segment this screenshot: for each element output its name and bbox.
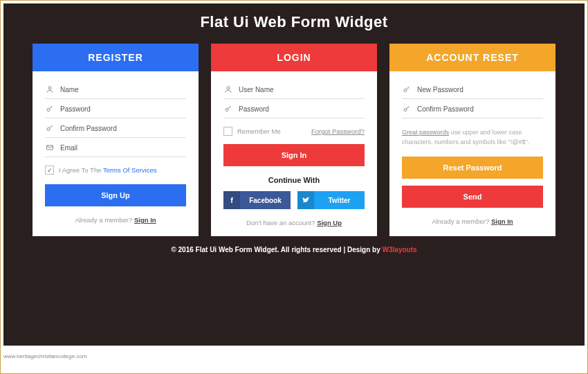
signin-link[interactable]: Sign In [134,216,156,224]
twitter-label: Twitter [314,197,365,204]
agree-label: I Agree To The Terms Of Services [59,166,157,174]
reset-password-button[interactable]: Reset Password [402,157,543,179]
name-input[interactable] [60,86,186,93]
username-input[interactable] [239,86,365,93]
page-footer: © 2016 Flat Ui Web Form Widget. All righ… [30,246,558,253]
reset-header: ACCOUNT RESET [389,44,555,71]
login-footer: Don't have an account? Sign Up [223,219,365,226]
continue-label: Continue With [223,176,365,184]
key-icon [45,104,55,114]
svg-point-0 [48,87,51,89]
key-icon [402,104,412,114]
register-header: REGISTER [33,44,199,71]
social-buttons: f Facebook Twitter [223,191,365,209]
svg-point-7 [404,109,407,112]
key-icon [402,84,412,94]
send-button[interactable]: Send [402,186,543,208]
reset-confirm-field [402,99,543,118]
facebook-icon: f [223,191,240,209]
login-header: LOGIN [211,44,377,71]
remember-row: Remember Me Forgot Password? [223,127,365,136]
remember-checkbox[interactable] [223,127,232,136]
login-card: LOGIN Remember Me Forgot Password? [211,44,377,236]
brand-link[interactable]: W3layouts [383,246,417,253]
facebook-label: Facebook [240,197,291,204]
terms-link[interactable]: Terms Of Services [103,166,157,174]
signin-button[interactable]: Sign In [223,144,365,166]
remember-label: Remember Me [237,127,281,135]
signup-button[interactable]: Sign Up [45,184,186,206]
signup-link[interactable]: Sign Up [317,219,342,226]
watermark: www.heritagechristiancollege.com [3,353,87,359]
reset-signin-link[interactable]: Sign In [491,217,513,225]
svg-point-1 [47,109,50,112]
user-icon [223,84,233,94]
page-title: Flat Ui Web Form Widget [30,13,558,31]
agree-checkbox[interactable] [45,166,54,175]
cards-container: REGISTER [30,44,558,236]
key-icon [223,104,233,114]
svg-point-4 [227,87,230,89]
confirm-password-field [45,118,186,138]
register-card: REGISTER [33,44,199,236]
username-field [223,80,365,99]
password-input[interactable] [60,105,186,113]
reset-confirm-input[interactable] [417,105,543,113]
mail-icon [45,143,55,152]
svg-point-2 [47,128,50,131]
new-password-input[interactable] [417,86,543,93]
forgot-password-link[interactable]: Forgot Password? [311,127,365,135]
twitter-icon [297,191,314,209]
confirm-password-input[interactable] [60,125,186,132]
twitter-button[interactable]: Twitter [297,191,365,209]
register-footer: Already a member? Sign In [45,216,186,224]
facebook-button[interactable]: f Facebook [223,191,291,209]
name-field [45,80,186,99]
login-password-field [223,99,365,118]
svg-point-6 [404,89,407,92]
reset-card: ACCOUNT RESET Great passwords use upper … [389,44,555,236]
agree-row: I Agree To The Terms Of Services [45,166,186,175]
user-icon [45,84,55,94]
password-field [45,99,186,118]
reset-footer: Already a member? Sign In [402,217,543,225]
email-input[interactable] [60,144,186,152]
email-field [45,138,186,157]
new-password-field [402,80,543,99]
svg-point-5 [226,109,228,112]
key-icon [45,123,55,133]
password-hint: Great passwords use upper and lower case… [402,128,543,147]
login-password-input[interactable] [239,105,365,113]
